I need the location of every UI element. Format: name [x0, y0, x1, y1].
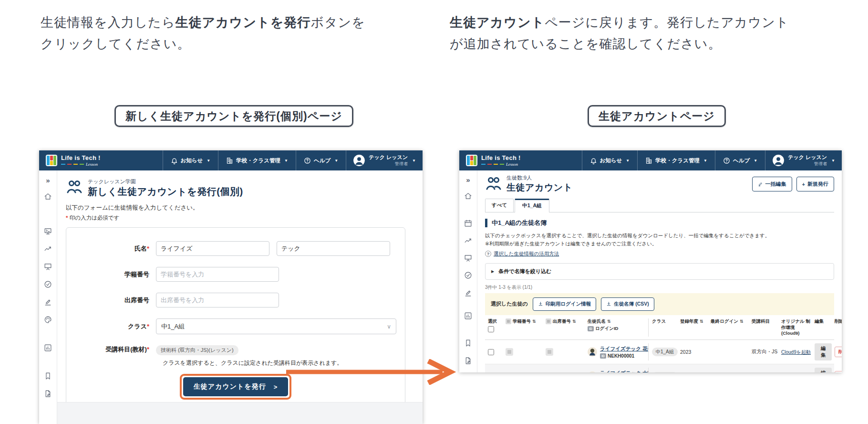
logo: Life is Tech ! Lesson — [459, 154, 527, 167]
student-no-input[interactable] — [156, 267, 279, 282]
chevron-down-icon: ∨ — [387, 323, 391, 330]
table-row: ライフイズテック 花子 ID NEKH00001 中1_A組 2023 — [485, 340, 834, 364]
class-select[interactable]: 中1_A組 ∨ — [156, 318, 396, 334]
row-checkbox[interactable] — [488, 349, 494, 355]
usage-help-link[interactable]: 選択した生徒情報の活用方法 — [494, 251, 559, 257]
col-attendance-no: 出席番号 — [553, 318, 571, 325]
student-avatar — [588, 347, 597, 357]
pencil-icon[interactable] — [42, 296, 54, 307]
subject-label: 受講科目(教材) — [105, 346, 147, 353]
check-circle-icon[interactable] — [463, 270, 474, 281]
school-building-icon — [645, 157, 652, 164]
col-select: 選択 — [488, 318, 497, 325]
caret-down-icon: ▼ — [284, 159, 288, 163]
id-badge-icon: ID — [600, 353, 606, 359]
issue-account-button[interactable]: 生徒アカウントを発行 > — [183, 377, 289, 396]
nav-help[interactable]: ヘルプ ▼ — [296, 150, 346, 170]
print-login-button[interactable]: 印刷用ログイン情報 — [533, 297, 596, 311]
bulk-edit-button[interactable]: 一括編集 — [752, 177, 792, 191]
app-header: Life is Tech ! Lesson お知らせ ▼ 学校・クラス管理 ▼ — [39, 150, 423, 170]
student-count: 生徒数:9人 — [506, 174, 573, 181]
select-all-checkbox[interactable] — [488, 326, 494, 332]
page-title: 新しく生徒アカウントを発行(個別) — [88, 185, 243, 198]
required-asterisk: * — [66, 215, 68, 221]
caption-left-bold: 生徒アカウントを発行 — [176, 15, 311, 30]
selected-actions-bar: 選択した生徒の 印刷用ログイン情報 生徒名簿 (CSV) — [485, 293, 834, 315]
students-icon — [66, 179, 83, 198]
home-icon[interactable] — [463, 190, 474, 201]
edit-button[interactable]: 編集 — [815, 368, 832, 372]
nav-help[interactable]: ヘルプ ▼ — [715, 150, 765, 170]
caret-down-icon: ▼ — [334, 159, 338, 163]
required-note: 印の入力は必須です — [70, 215, 120, 221]
check-circle-icon[interactable] — [42, 278, 54, 290]
class-select-value: 中1_A組 — [161, 322, 185, 331]
chevron-right-icon: > — [274, 383, 278, 391]
plus-icon: + — [802, 181, 805, 187]
delete-button[interactable]: 削除 — [835, 371, 842, 372]
sidebar-collapse-icon[interactable]: » — [463, 174, 474, 185]
trend-up-icon[interactable] — [42, 243, 54, 254]
subject: 双方向・JS — [750, 349, 780, 355]
terminal-monitor-icon[interactable] — [42, 225, 54, 237]
caret-down-icon: ▼ — [412, 159, 416, 163]
file-edit-icon[interactable] — [463, 355, 474, 366]
last-name-input[interactable] — [156, 241, 269, 256]
edit-button[interactable]: 編集 — [815, 343, 832, 360]
result-count: 3件中 1-3 を表示 (1/1) — [485, 284, 834, 291]
nav-user-menu[interactable]: テック レッスン 管理者 ▼ — [765, 150, 842, 170]
bookmark-icon[interactable] — [463, 338, 474, 349]
file-edit-icon[interactable] — [42, 388, 54, 399]
nav-user-menu[interactable]: テック レッスン 管理者 ▼ — [346, 150, 423, 170]
nav-notice[interactable]: お知らせ ▼ — [163, 150, 218, 170]
sort-icon[interactable]: ⇅ — [700, 319, 703, 324]
new-issue-button[interactable]: + 新規発行 — [796, 177, 834, 191]
sort-icon[interactable]: ⇅ — [607, 319, 611, 324]
bar-chart-icon[interactable] — [463, 310, 474, 321]
cloud9-launch-link[interactable]: Cloud9を起動 — [781, 350, 811, 355]
attendance-no-input[interactable] — [156, 293, 279, 307]
bar-chart-icon[interactable] — [42, 342, 54, 353]
sort-icon[interactable]: ⇅ — [532, 319, 536, 324]
pencil-icon — [758, 181, 763, 187]
filter-accordion[interactable]: ▶ 条件で名簿を絞り込む — [485, 263, 834, 280]
nav-school-class[interactable]: 学校・クラス管理 ▼ — [637, 150, 715, 170]
presentation-icon[interactable] — [463, 253, 474, 264]
sort-icon[interactable]: ⇅ — [572, 319, 576, 324]
id-badge-icon: ID — [588, 326, 594, 331]
nav-notice[interactable]: お知らせ ▼ — [582, 150, 638, 170]
content-background — [57, 402, 423, 424]
trend-up-icon[interactable] — [463, 235, 474, 246]
palette-icon[interactable] — [42, 314, 54, 325]
sort-icon[interactable]: ⇅ — [740, 319, 744, 324]
logo-subtitle: Lesson — [506, 162, 518, 167]
tab-class-1a[interactable]: 中1_A組 — [515, 199, 549, 212]
bookmark-icon[interactable] — [42, 370, 54, 382]
avatar-icon — [772, 154, 785, 167]
col-last-login: 最終ログイン — [711, 318, 738, 325]
nav-help-label: ヘルプ — [733, 157, 750, 164]
home-icon[interactable] — [42, 191, 54, 202]
calendar-icon[interactable] — [463, 218, 474, 229]
student-name-link[interactable]: ライフイズテック 太郎 — [600, 370, 648, 372]
question-circle-icon: ? — [485, 251, 491, 257]
col-student-no: 学籍番号 — [513, 318, 531, 325]
csv-download-button[interactable]: 生徒名簿 (CSV) — [601, 297, 654, 311]
help-icon — [723, 157, 730, 164]
class-pill: 中1_A組 — [652, 348, 678, 356]
pencil-icon[interactable] — [463, 287, 474, 298]
student-no-icon — [506, 318, 511, 324]
first-name-input[interactable] — [277, 241, 390, 256]
presentation-icon[interactable] — [42, 261, 54, 272]
delete-button[interactable]: 削除 — [835, 347, 842, 357]
nav-school-class[interactable]: 学校・クラス管理 ▼ — [218, 150, 296, 170]
class-label: クラス — [128, 323, 147, 330]
class-tabs: すべて 中1_A組 — [485, 199, 834, 212]
subject-tag: 技術科 (双方向・JS)(レッスン) — [156, 345, 238, 355]
sidebar-collapse-icon[interactable]: » — [42, 174, 54, 186]
selected-label: 選択した生徒の — [491, 300, 528, 307]
download-icon — [538, 301, 543, 307]
student-name-link[interactable]: ライフイズテック 花子 — [600, 346, 648, 351]
col-login-id: ログインID — [595, 326, 618, 332]
tab-all[interactable]: すべて — [485, 199, 514, 212]
